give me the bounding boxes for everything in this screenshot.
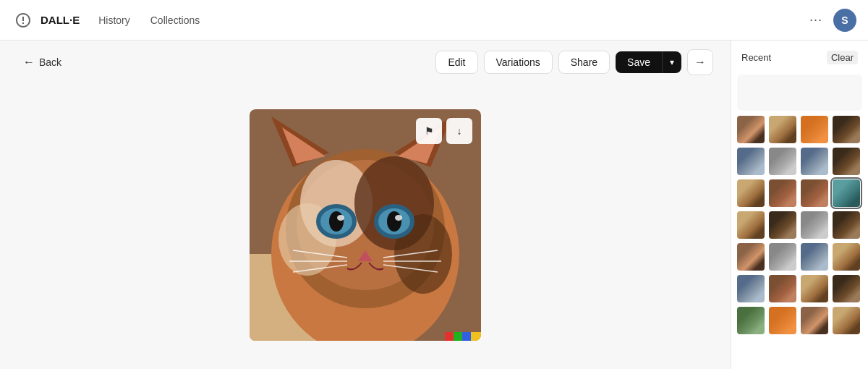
variations-button[interactable]: Variations bbox=[484, 51, 553, 74]
thumbnail-row-5 bbox=[731, 241, 868, 273]
svg-point-19 bbox=[387, 211, 401, 232]
thumbnail-4-1[interactable] bbox=[737, 211, 765, 239]
thumbnail-2-4[interactable] bbox=[833, 148, 860, 175]
image-action-buttons: ⚑ ↓ bbox=[416, 118, 472, 144]
thumbnail-7-2[interactable] bbox=[769, 307, 796, 334]
share-button[interactable]: Share bbox=[558, 51, 610, 74]
nav-more-button[interactable]: ··· bbox=[804, 9, 827, 32]
sidebar-empty-row bbox=[737, 75, 862, 111]
avatar[interactable]: S bbox=[833, 9, 856, 32]
thumbnail-7-3[interactable] bbox=[801, 307, 828, 334]
thumbnail-1-4[interactable] bbox=[833, 116, 860, 143]
thumbnail-row-3 bbox=[731, 177, 868, 209]
thumbnail-5-1[interactable] bbox=[737, 243, 765, 271]
back-label: Back bbox=[39, 56, 61, 68]
thumbnail-2-1[interactable] bbox=[737, 148, 765, 175]
flag-icon: ⚑ bbox=[425, 125, 434, 137]
recent-label: Recent bbox=[741, 52, 771, 63]
svg-point-20 bbox=[337, 215, 344, 221]
svg-rect-30 bbox=[445, 332, 454, 341]
thumbnail-4-4[interactable] bbox=[833, 211, 860, 239]
thumbnail-row-2 bbox=[731, 145, 868, 177]
thumbnail-row-6 bbox=[731, 273, 868, 305]
svg-point-21 bbox=[395, 215, 402, 221]
thumbnail-3-2[interactable] bbox=[769, 179, 796, 207]
thumbnail-4-2[interactable] bbox=[769, 211, 796, 239]
logo-icon bbox=[12, 9, 35, 32]
save-caret-button[interactable]: ▾ bbox=[662, 51, 681, 73]
main-area: ← Back Edit Variations Share Save ▾ → bbox=[0, 41, 868, 369]
thumbnail-row-1 bbox=[731, 114, 868, 145]
edit-button[interactable]: Edit bbox=[435, 51, 477, 74]
thumbnail-6-3[interactable] bbox=[801, 275, 828, 302]
download-button[interactable]: ↓ bbox=[446, 118, 472, 144]
thumbnail-1-2[interactable] bbox=[769, 116, 796, 143]
download-icon: ↓ bbox=[457, 125, 462, 137]
thumbnail-7-4[interactable] bbox=[833, 307, 860, 334]
thumbnail-5-4[interactable] bbox=[833, 243, 860, 271]
nav-history[interactable]: History bbox=[91, 10, 137, 30]
export-icon: → bbox=[694, 56, 706, 69]
toolbar: ← Back Edit Variations Share Save ▾ → bbox=[0, 41, 731, 84]
save-button-group: Save ▾ bbox=[616, 51, 681, 73]
export-button[interactable]: → bbox=[687, 49, 713, 75]
image-container: ⚑ ↓ bbox=[250, 109, 481, 344]
clear-button[interactable]: Clear bbox=[827, 51, 858, 64]
thumbnail-2-2[interactable] bbox=[769, 148, 796, 175]
main-image bbox=[250, 109, 481, 341]
svg-point-18 bbox=[329, 211, 344, 232]
topnav: DALL·E History Collections ··· S bbox=[0, 0, 868, 41]
thumbnail-3-3[interactable] bbox=[801, 179, 828, 207]
thumbnail-6-2[interactable] bbox=[769, 275, 796, 302]
thumbnail-4-3[interactable] bbox=[801, 211, 828, 239]
app-title: DALL·E bbox=[41, 14, 80, 26]
thumbnail-3-4[interactable] bbox=[833, 179, 860, 207]
save-button[interactable]: Save bbox=[616, 51, 662, 73]
thumbnail-7-1[interactable] bbox=[737, 307, 765, 334]
thumbnail-1-3[interactable] bbox=[801, 116, 828, 143]
nav-collections[interactable]: Collections bbox=[143, 10, 207, 30]
content-area: ← Back Edit Variations Share Save ▾ → bbox=[0, 41, 731, 369]
thumbnail-5-3[interactable] bbox=[801, 243, 828, 271]
thumbnail-5-2[interactable] bbox=[769, 243, 796, 271]
sidebar-header: Recent Clear bbox=[731, 41, 868, 72]
image-display: ⚑ ↓ bbox=[0, 84, 731, 369]
thumbnail-1-1[interactable] bbox=[737, 116, 765, 143]
svg-rect-31 bbox=[454, 332, 462, 341]
sidebar-scroll[interactable] bbox=[731, 72, 868, 369]
back-arrow-icon: ← bbox=[23, 56, 35, 69]
thumbnail-3-1[interactable] bbox=[737, 179, 765, 207]
thumbnail-row-4 bbox=[731, 209, 868, 241]
flag-button[interactable]: ⚑ bbox=[416, 118, 442, 144]
thumbnail-6-4[interactable] bbox=[833, 275, 860, 302]
svg-rect-33 bbox=[471, 332, 481, 341]
right-sidebar: Recent Clear bbox=[731, 41, 868, 369]
thumbnail-2-3[interactable] bbox=[801, 148, 828, 175]
thumbnail-row-7 bbox=[731, 305, 868, 336]
back-button[interactable]: ← Back bbox=[17, 51, 67, 73]
thumbnail-6-1[interactable] bbox=[737, 275, 765, 302]
svg-rect-32 bbox=[462, 332, 471, 341]
